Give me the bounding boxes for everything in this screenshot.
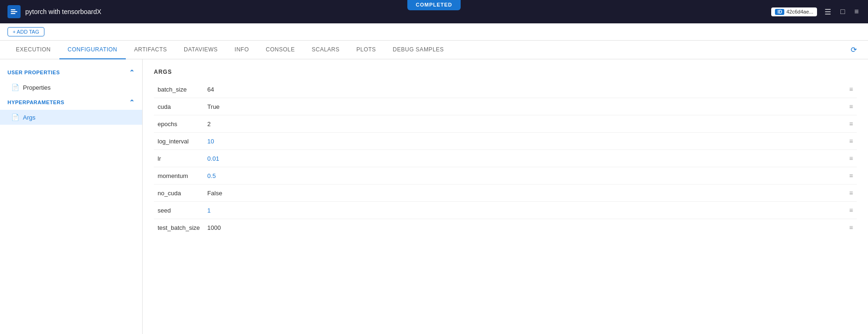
svg-rect-1	[11, 9, 15, 10]
arg-key: no_cuda	[154, 185, 203, 202]
tab-scalars[interactable]: SCALARS	[303, 41, 348, 59]
id-label: ID	[775, 9, 784, 15]
arg-spacer	[226, 167, 846, 185]
table-row: seed1≡	[154, 202, 857, 219]
table-row: log_interval10≡	[154, 133, 857, 150]
arg-menu-icon[interactable]: ≡	[846, 202, 857, 219]
id-badge: ID 42c6d4ae...	[771, 7, 817, 16]
sidebar: USER PROPERTIES ⌃ 📄 Properties HYPERPARA…	[0, 59, 143, 334]
user-properties-label: USER PROPERTIES	[7, 70, 60, 75]
arg-key: momentum	[154, 167, 203, 185]
arg-value: 1000	[203, 219, 226, 236]
app-logo	[7, 5, 21, 18]
arg-spacer	[226, 219, 846, 236]
arg-menu-icon[interactable]: ≡	[846, 150, 857, 167]
properties-label: Properties	[23, 84, 51, 91]
id-value: 42c6d4ae...	[786, 9, 813, 14]
arg-key: batch_size	[154, 81, 203, 98]
args-label: Args	[23, 114, 36, 121]
arg-spacer	[226, 133, 846, 150]
app-title: pytorch with tensorboardX	[25, 8, 101, 15]
main-layout: USER PROPERTIES ⌃ 📄 Properties HYPERPARA…	[0, 59, 868, 334]
arg-spacer	[226, 81, 846, 98]
table-row: no_cudaFalse≡	[154, 185, 857, 202]
table-row: batch_size64≡	[154, 81, 857, 98]
tab-dataviews[interactable]: DATAVIEWS	[175, 41, 226, 59]
arg-menu-icon[interactable]: ≡	[846, 219, 857, 236]
arg-key: test_batch_size	[154, 219, 203, 236]
tab-info[interactable]: INFO	[226, 41, 258, 59]
arg-value: 2	[203, 115, 226, 133]
args-section-title: ARGS	[154, 69, 857, 75]
table-row: epochs2≡	[154, 115, 857, 133]
tabs-bar: EXECUTION CONFIGURATION ARTIFACTS DATAVI…	[0, 41, 868, 59]
arg-menu-icon[interactable]: ≡	[846, 98, 857, 115]
hyperparameters-header[interactable]: HYPERPARAMETERS ⌃	[0, 95, 142, 110]
top-bar: pytorch with tensorboardX COMPLETED ID 4…	[0, 0, 868, 23]
table-row: momentum0.5≡	[154, 167, 857, 185]
notes-icon[interactable]: ☰	[823, 6, 833, 18]
tab-execution[interactable]: EXECUTION	[7, 41, 59, 59]
hyperparameters-chevron: ⌃	[129, 99, 135, 106]
sidebar-item-properties[interactable]: 📄 Properties	[0, 80, 142, 95]
arg-menu-icon[interactable]: ≡	[846, 185, 857, 202]
arg-key: epochs	[154, 115, 203, 133]
menu-icon[interactable]: ≡	[853, 6, 861, 18]
content-area: ARGS batch_size64≡cudaTrue≡epochs2≡log_i…	[143, 59, 868, 334]
arg-key: seed	[154, 202, 203, 219]
completed-badge: COMPLETED	[407, 0, 461, 10]
arg-spacer	[226, 150, 846, 167]
arg-value: False	[203, 185, 226, 202]
arg-value: 0.01	[203, 150, 226, 167]
arg-spacer	[226, 115, 846, 133]
user-properties-header[interactable]: USER PROPERTIES ⌃	[0, 65, 142, 80]
arg-menu-icon[interactable]: ≡	[846, 81, 857, 98]
arg-key: cuda	[154, 98, 203, 115]
arg-value: 1	[203, 202, 226, 219]
args-table: batch_size64≡cudaTrue≡epochs2≡log_interv…	[154, 81, 857, 236]
arg-menu-icon[interactable]: ≡	[846, 115, 857, 133]
tab-debug-samples[interactable]: DEBUG SAMPLES	[384, 41, 452, 59]
arg-spacer	[226, 202, 846, 219]
arg-menu-icon[interactable]: ≡	[846, 133, 857, 150]
arg-key: lr	[154, 150, 203, 167]
refresh-icon[interactable]: ⟳	[847, 42, 861, 58]
table-row: lr0.01≡	[154, 150, 857, 167]
properties-doc-icon: 📄	[11, 84, 19, 91]
arg-value: 0.5	[203, 167, 226, 185]
arg-value: 10	[203, 133, 226, 150]
table-row: cudaTrue≡	[154, 98, 857, 115]
arg-menu-icon[interactable]: ≡	[846, 167, 857, 185]
layout-icon[interactable]: □	[839, 6, 847, 18]
tab-configuration[interactable]: CONFIGURATION	[59, 41, 126, 59]
tab-console[interactable]: CONSOLE	[257, 41, 303, 59]
hyperparameters-label: HYPERPARAMETERS	[7, 99, 65, 105]
svg-rect-2	[11, 13, 15, 14]
sidebar-item-args[interactable]: 📄 Args	[0, 110, 142, 125]
table-row: test_batch_size1000≡	[154, 219, 857, 236]
arg-value: 64	[203, 81, 226, 98]
top-bar-right: ID 42c6d4ae... ☰ □ ≡	[771, 6, 861, 18]
args-doc-icon: 📄	[11, 114, 19, 121]
arg-spacer	[226, 98, 846, 115]
top-bar-left: pytorch with tensorboardX	[7, 5, 101, 18]
tab-artifacts[interactable]: ARTIFACTS	[126, 41, 175, 59]
tag-row: + ADD TAG	[0, 23, 868, 41]
arg-spacer	[226, 185, 846, 202]
arg-key: log_interval	[154, 133, 203, 150]
add-tag-button[interactable]: + ADD TAG	[7, 27, 44, 36]
arg-value: True	[203, 98, 226, 115]
tab-plots[interactable]: PLOTS	[348, 41, 384, 59]
user-properties-chevron: ⌃	[129, 69, 135, 76]
svg-rect-0	[11, 11, 17, 12]
